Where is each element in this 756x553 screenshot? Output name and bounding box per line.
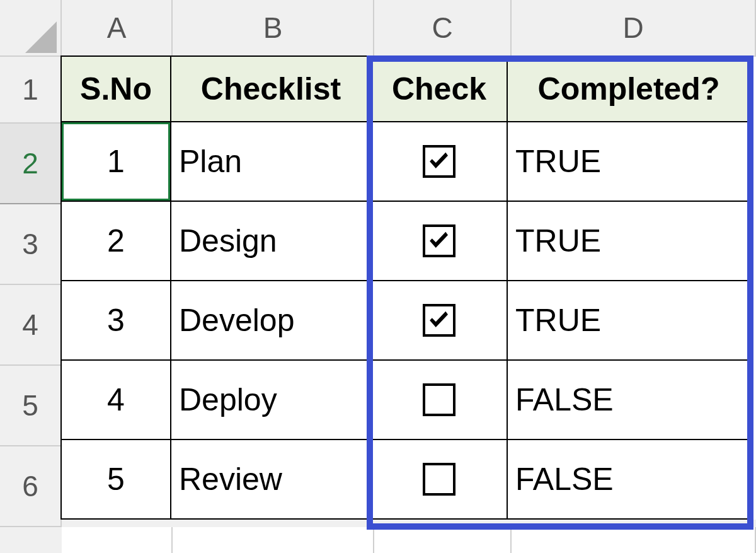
cell-B3[interactable]: Design xyxy=(170,201,372,281)
cell-C3[interactable] xyxy=(370,201,508,281)
cell-A2[interactable]: 1 xyxy=(60,121,171,202)
cell-C5[interactable] xyxy=(370,359,508,440)
table-row: 3 Develop TRUE xyxy=(62,281,756,361)
row-header-2[interactable]: 2 xyxy=(0,124,62,204)
row-header-5[interactable]: 5 xyxy=(0,366,62,446)
table-row: 4 Deploy FALSE xyxy=(62,361,756,440)
row-header-1[interactable]: 1 xyxy=(0,57,62,124)
cell-B6[interactable]: Review xyxy=(170,439,372,520)
cell-A6[interactable]: 5 xyxy=(60,439,171,520)
cell-B4[interactable]: Develop xyxy=(170,280,372,361)
table-row: 1 Plan TRUE xyxy=(62,122,756,202)
column-header-C[interactable]: C xyxy=(374,0,512,57)
header-sno[interactable]: S.No xyxy=(60,55,171,122)
cell-A4[interactable]: 3 xyxy=(60,280,171,361)
empty-row-fragment xyxy=(62,527,756,553)
spreadsheet: A B C D 1 2 3 4 5 6 S.No Checklist Check… xyxy=(0,0,756,553)
select-all-icon xyxy=(25,21,57,53)
cell-B5[interactable]: Deploy xyxy=(170,359,372,440)
select-all-triangle[interactable] xyxy=(0,0,62,57)
checkbox-icon[interactable] xyxy=(423,463,455,496)
row-header-column: 1 2 3 4 5 6 xyxy=(0,57,62,527)
cell-D3[interactable]: TRUE xyxy=(507,201,751,281)
row-header-4[interactable]: 4 xyxy=(0,285,62,366)
cell-D5[interactable]: FALSE xyxy=(507,359,751,440)
checkbox-icon[interactable] xyxy=(423,224,455,257)
cell-D2[interactable]: TRUE xyxy=(507,121,751,202)
cell-A3[interactable]: 2 xyxy=(60,201,171,281)
cell-B2[interactable]: Plan xyxy=(170,121,372,202)
cell-A5[interactable]: 4 xyxy=(60,359,171,440)
svg-marker-0 xyxy=(25,21,57,53)
cell-C6[interactable] xyxy=(370,439,508,520)
cell-C4[interactable] xyxy=(370,280,508,361)
row-header-6[interactable]: 6 xyxy=(0,446,62,527)
column-header-D[interactable]: D xyxy=(512,0,756,57)
row-header-3[interactable]: 3 xyxy=(0,204,62,285)
column-header-row: A B C D xyxy=(0,0,756,57)
header-check[interactable]: Check xyxy=(370,55,508,122)
table-row: 5 Review FALSE xyxy=(62,440,756,520)
header-checklist[interactable]: Checklist xyxy=(170,55,372,122)
cell-C2[interactable] xyxy=(370,121,508,202)
cell-D4[interactable]: TRUE xyxy=(507,280,751,361)
checkbox-icon[interactable] xyxy=(423,304,455,337)
checkbox-icon[interactable] xyxy=(423,383,455,416)
column-header-B[interactable]: B xyxy=(173,0,374,57)
column-header-A[interactable]: A xyxy=(62,0,173,57)
header-completed[interactable]: Completed? xyxy=(507,55,751,122)
checkbox-icon[interactable] xyxy=(423,145,455,178)
table-header-row: S.No Checklist Check Completed? xyxy=(62,57,756,122)
cell-D6[interactable]: FALSE xyxy=(507,439,751,520)
table-row: 2 Design TRUE xyxy=(62,202,756,281)
data-grid: S.No Checklist Check Completed? 1 Plan T… xyxy=(62,57,756,520)
